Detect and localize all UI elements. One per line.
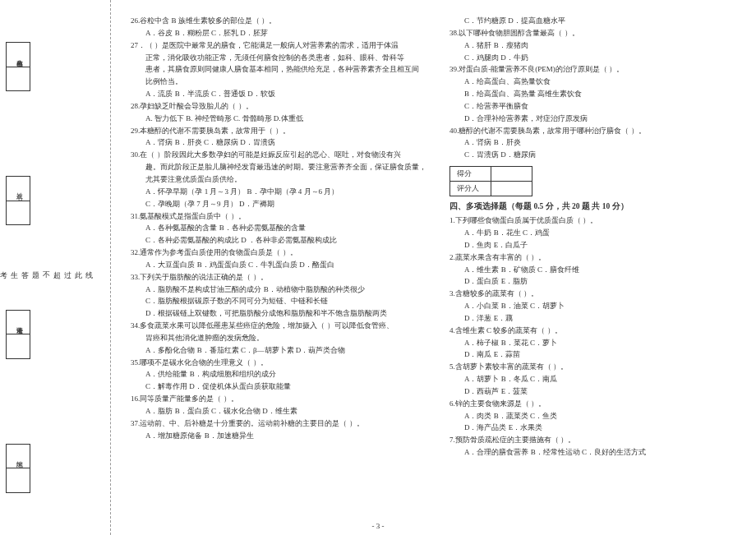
q35-options1: A．供给能量 B．构成细胞和组织的成分: [131, 368, 426, 380]
section4-title: 四、多项选择题（每题 0.5 分，共 20 题 共 10 分）: [449, 201, 728, 212]
page-number: - 3 -: [0, 522, 756, 530]
label-box-id: 准考证号: [6, 310, 30, 359]
q39-options4: D．合理补给营养素，对症治疗原发病: [449, 113, 728, 125]
q39-options3: C．给营养平衡膳食: [449, 100, 728, 113]
q34b: 胃癌和其他消化道肿瘤的发病危险。: [131, 332, 426, 344]
label-box-region: 地 区: [6, 444, 30, 493]
label-name: 姓 名: [7, 177, 30, 201]
m3-options2: D．洋葱 E．藕: [449, 312, 728, 325]
m2-options2: D．蛋白质 E．脂肪: [449, 275, 728, 288]
m1-options2: D．鱼肉 E．白瓜子: [449, 239, 728, 251]
q32-options: A．大豆蛋白质 B．鸡蛋蛋白质 C．牛乳蛋白质 D．酪蛋白: [131, 259, 426, 271]
q40-options1: A．肾病 B．肝炎: [449, 136, 728, 149]
q30b: 趣。而此阶段正是胎儿脑神经发育最迅速的时期。要注意营养齐全面，保证膳食质量，: [131, 161, 426, 173]
q38: 38.以下哪种食物胆固醇含量最高（ ）。: [449, 27, 728, 39]
m2: 2.蔬菜水果含有丰富的（ ）。: [449, 251, 728, 264]
q28-options: A. 智力低下 B. 神经管畸形 C. 骨骼畸形 D.体重低: [131, 113, 426, 125]
q30-options2: C．孕晚期（孕 7 月～9 月） D．产褥期: [131, 198, 426, 210]
q34-options: A．多酚化合物 B．番茄红素 C．β—胡萝卜素 D．葫芦类合物: [131, 344, 426, 357]
q31-options1: A．各种氨基酸的含量 B．各种必需氨基酸的含量: [131, 222, 426, 234]
q27-options: A．流质 B．半流质 C．普通饭 D．软饭: [131, 88, 426, 100]
m6-options1: A．肉类 B．蔬菜类 C．鱼类: [449, 410, 728, 422]
q36-options: A．脂肪 B．蛋白质 C．碳水化合物 D．维生素: [131, 405, 426, 417]
m6-options2: D．海产品类 E．水果类: [449, 422, 728, 434]
m7-options1: A．合理的膳食营养 B．经常性运动 C．良好的生活方式: [449, 446, 728, 459]
label-region: 地 区: [7, 445, 30, 469]
m1: 1.下列哪些食物蛋白质属于优质蛋白质（ ）。: [449, 214, 728, 227]
grader-blank: [491, 182, 532, 196]
grader-label: 评分人: [450, 182, 491, 196]
left-column: 26.谷粒中含 B 族维生素较多的部位是（ ）。 A．谷皮 B．糊粉层 C．胚乳…: [119, 15, 438, 527]
q39: 39.对蛋白质-能量营养不良(PEM)的治疗原则是（ ）。: [449, 63, 728, 76]
m5-options2: D．西葫芦 E．菠菜: [449, 385, 728, 398]
exam-content: 26.谷粒中含 B 族维生素较多的部位是（ ）。 A．谷皮 B．糊粉层 C．胚乳…: [111, 0, 756, 535]
q38-options2: C．鸡腿肉 D．牛奶: [449, 52, 728, 64]
m4: 4.含维生素 C 较多的蔬菜有（ ）。: [449, 325, 728, 337]
q27c: 患者，其膳食原则同健康人膳食基本相同，热能供给充足，各种营养素齐全且相互间: [131, 63, 426, 76]
q30c: 尤其要注意优质蛋白质供给。: [131, 173, 426, 186]
q33-options1: A．脂肪酸不是构成甘油三酯的成分 B．动植物中脂肪酸的种类很少: [131, 284, 426, 296]
label-box-unit: 单位名称: [6, 42, 30, 91]
label-box-name: 姓 名: [6, 176, 30, 225]
q33: 33.下列关于脂肪酸的说法正确的是（ ）。: [131, 271, 426, 284]
m2-options1: A．维生素 B．矿物质 C．膳食纤维: [449, 264, 728, 276]
q35-options2: C．解毒作用 D．促使机体从蛋白质获取能量: [131, 380, 426, 393]
m5-options1: A．胡萝卜 B．冬瓜 C．南瓜: [449, 373, 728, 385]
m3-options1: A．小白菜 B．油菜 C．胡萝卜: [449, 300, 728, 312]
label-id: 准考证号: [7, 311, 30, 335]
q36: 16.同等质量产能量多的是（ ）。: [131, 393, 426, 405]
right-column: C．节约糖原 D．提高血糖水平 38.以下哪种食物胆固醇含量最高（ ）。 A．猪…: [438, 15, 740, 527]
m3: 3.含糖较多的蔬菜有（ ）。: [449, 288, 728, 300]
score-table: 得分 评分人: [449, 166, 532, 196]
q37: 37.运动前、中、后补糖是十分重要的。运动前补糖的主要目的是（ ）。: [131, 417, 426, 430]
q27b: 正常，消化吸收功能正常，无须任何膳食控制的各类患者，如科、眼科、骨科等: [131, 52, 426, 64]
q39-options1: A．给高蛋白、高热量饮食: [449, 76, 728, 88]
m7: 7.预防骨质疏松症的主要措施有（ ）。: [449, 434, 728, 446]
m5: 5.含胡萝卜素较丰富的蔬菜有（ ）。: [449, 361, 728, 373]
q40-options2: C．胃溃疡 D．糖尿病: [449, 149, 728, 161]
q38-options1: A．猪肝 B．瘦猪肉: [449, 39, 728, 52]
fold-line-text: 线 此 过 超 不 题 答 生 考: [58, 0, 94, 535]
q30-options1: A．怀孕早期（孕 1 月～3 月） B．孕中期（孕 4 月～6 月）: [131, 186, 426, 198]
q31: 31.氨基酸模式是指蛋白质中（ ）。: [131, 210, 426, 223]
q37-options: A．增加糖原储备 B．加速糖异生: [131, 430, 426, 442]
q39-options2: B．给高蛋白、高热量 高维生素饮食: [449, 88, 728, 100]
m4-options1: A．柿子椒 B．菜花 C．萝卜: [449, 337, 728, 349]
m1-options1: A．牛奶 B．花生 C．鸡蛋: [449, 227, 728, 239]
score-blank: [491, 167, 532, 182]
q28: 28.孕妇缺乏叶酸会导致胎儿的（ ）。: [131, 100, 426, 113]
q40: 40.糖醇的代谢不需要胰岛素，故常用于哪种治疗膳食（ ）。: [449, 125, 728, 137]
q27d: 比例恰当。: [131, 76, 426, 88]
q37-options2: C．节约糖原 D．提高血糖水平: [449, 15, 728, 27]
q33-options3: D．根据碳链上双键数，可把脂肪酸分成饱和脂肪酸和半不饱含脂肪酸两类: [131, 307, 426, 320]
q26-options: A．谷皮 B．糊粉层 C．胚乳 D．胚芽: [131, 27, 426, 39]
binding-strip: 单位名称 姓 名 准考证号 地 区 线 此 过 超 不 题 答: [0, 0, 111, 535]
q26: 26.谷粒中含 B 族维生素较多的部位是（ ）。: [131, 15, 426, 27]
q31-options2: C．各种必需氨基酸的构成比 D ．各种非必需氨基酸构成比: [131, 234, 426, 247]
q29: 29.本糖醇的代谢不需要胰岛素，故常用于（ ）。: [131, 125, 426, 137]
q29-options: A．肾病 B．肝炎 C．糖尿病 D．胃溃疡: [131, 136, 426, 149]
q32: 32.通常作为参考蛋白质使用的食物蛋白质是（ ）。: [131, 247, 426, 259]
label-unit: 单位名称: [7, 43, 30, 67]
m6: 6.锌的主要食物来源是（ ）。: [449, 398, 728, 410]
q35: 35.哪项不是碳水化合物的生理意义（ ）。: [131, 357, 426, 369]
score-label: 得分: [450, 167, 491, 182]
q27a: 27．（ ）是医院中最常见的膳食，它能满足一般病人对营养素的需求，适用于体温: [131, 39, 426, 52]
m4-options2: D．南瓜 E．蒜苗: [449, 348, 728, 361]
q30a: 30.在（ ）阶段因此大多数孕妇的可能是妊娠反应引起的恶心、呕吐，对食物没有兴: [131, 149, 426, 161]
q33-options2: C．脂肪酸根据碳原子数的不同可分为短链、中链和长链: [131, 295, 426, 307]
q34a: 34.多食蔬菜水果可以降低罹患某些癌症的危险，增加摄入（ ）可以降低食管癌、: [131, 320, 426, 332]
